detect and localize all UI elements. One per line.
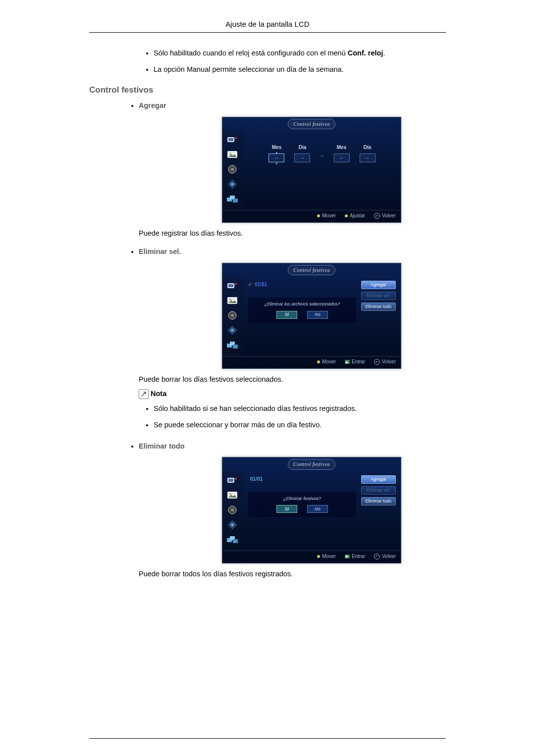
osd-elisel-title: Control festivos — [222, 263, 401, 277]
intro-b1-pre: Sólo habilitado cuando el reloj está con… — [154, 49, 348, 57]
osd-agregar-footer: Mover Ajustar ↶Volver — [222, 210, 401, 222]
dialog-no-button[interactable]: No — [307, 505, 328, 513]
svg-rect-1 — [228, 138, 233, 141]
agg-col2-label: Mes — [337, 144, 346, 151]
mover-dot-icon — [317, 360, 320, 363]
svg-point-26 — [231, 314, 234, 317]
dialog-eliminar-sel: ¿Eliminar los archivos seleccionados? Sí… — [248, 298, 356, 322]
side-eliminar-todo-button[interactable]: Eliminar todo — [361, 497, 396, 505]
svg-rect-19 — [228, 284, 233, 287]
side-eliminar-todo-button[interactable]: Eliminar todo — [361, 302, 396, 311]
osd-agregar-main: Mes -- Día -- ~ Mes -- — [243, 131, 401, 210]
svg-rect-35 — [233, 345, 238, 349]
svg-point-2 — [235, 137, 237, 139]
input-icon — [225, 134, 239, 146]
osd-elitodo-main: 01/01 ¿Eliminar festivos? Sí No — [243, 471, 401, 551]
eliminar-sel-label: Eliminar sel. — [139, 246, 446, 257]
osd-agregar-title-text: Control festivos — [288, 119, 335, 130]
svg-point-8 — [231, 168, 234, 171]
sound-icon — [225, 504, 239, 516]
dialog-yes-button[interactable]: Sí — [276, 505, 297, 513]
footer-entrar-text: Entrar — [352, 553, 365, 560]
note-bullet-1: Sólo habilitado si se han seleccionado d… — [154, 403, 446, 414]
eliminar-sel-desc: Puede borrar los días festivos seleccion… — [139, 374, 446, 385]
agg-col2-box[interactable]: -- — [334, 153, 350, 162]
footer-volver: ↶Volver — [374, 358, 396, 366]
intro-b1-post: . — [383, 49, 385, 57]
footer-volver: ↶Volver — [374, 212, 396, 220]
eliminar-todo-label: Eliminar todo — [139, 441, 446, 452]
item-eliminar-todo: Eliminar todo Control festivos 01/ — [139, 441, 446, 580]
svg-rect-37 — [228, 479, 233, 482]
side-agregar-button[interactable]: Agregar — [361, 281, 396, 289]
footer-volver-text: Volver — [382, 212, 396, 220]
svg-point-46 — [231, 523, 234, 526]
footer-volver-text: Volver — [382, 358, 396, 366]
side-eliminar-sel-button[interactable]: Eliminar sel. — [361, 292, 396, 300]
footer-entrar-text: Entrar — [352, 358, 365, 366]
dialog-no-button[interactable]: No — [307, 311, 328, 319]
osd-agregar-title: Control festivos — [222, 117, 401, 131]
osd-eliminar-todo: Control festivos 01/01 — [222, 457, 401, 563]
agg-col3-box[interactable]: -- — [360, 153, 375, 162]
footer-entrar: ▶Entrar — [345, 553, 365, 560]
picture-icon — [225, 489, 239, 501]
osd-agregar: Control festivos Mes -- — [222, 117, 401, 223]
footer-mover-text: Mover — [322, 358, 336, 366]
picture-icon — [225, 149, 239, 160]
dialog-elitodo-question: ¿Eliminar festivos? — [251, 495, 353, 502]
enter-icon: ▶ — [345, 554, 350, 558]
item-eliminar-sel: Eliminar sel. Control festivos 01/ — [139, 246, 446, 431]
dialog-yes-button[interactable]: Sí — [276, 311, 297, 319]
svg-point-40 — [229, 493, 231, 495]
mover-dot-icon — [317, 214, 320, 217]
note-icon — [139, 389, 149, 399]
note-label: Nota — [151, 388, 166, 400]
svg-point-4 — [229, 152, 231, 154]
footer-ajustar: Ajustar — [345, 212, 365, 220]
dialog-elisel-question: ¿Eliminar los archivos seleccionados? — [251, 301, 353, 307]
agg-col1-label: Día — [299, 144, 307, 151]
input-icon — [225, 474, 239, 486]
note-row: Nota — [139, 388, 446, 400]
svg-point-22 — [229, 299, 231, 301]
side-agregar-button[interactable]: Agregar — [361, 475, 396, 484]
mover-dot-icon — [317, 555, 320, 558]
footer-volver: ↶Volver — [374, 553, 396, 560]
osd-eliminar-sel: Control festivos 01/01 — [222, 263, 401, 369]
note-bullet-2: Se puede seleccionar y borrar más de un … — [154, 419, 446, 431]
svg-point-44 — [231, 508, 234, 511]
multi-icon — [225, 534, 239, 546]
sound-icon — [225, 309, 239, 321]
footer-mover-text: Mover — [322, 553, 336, 560]
item-agregar: Agregar Control festivos Mes — [139, 100, 446, 239]
footer-mover-text: Mover — [322, 212, 336, 220]
eliminar-todo-desc: Puede borrar todos los días festivos reg… — [139, 568, 446, 580]
agg-col3-label: Día — [364, 144, 372, 151]
intro-b2-pre: La opción Manual permite seleccionar un … — [154, 65, 344, 73]
footer-entrar: ▶Entrar — [345, 358, 365, 366]
svg-point-20 — [235, 283, 237, 285]
footer-volver-text: Volver — [382, 553, 396, 560]
osd-side-icons — [222, 131, 243, 210]
osd-elisel-title-text: Control festivos — [288, 265, 335, 276]
osd-elitodo-footer: Mover ▶Entrar ↶Volver — [222, 551, 401, 563]
picture-icon — [225, 295, 239, 306]
agg-col1-box[interactable]: -- — [294, 153, 310, 162]
svg-rect-17 — [233, 199, 238, 202]
osd-side-icons-2 — [222, 277, 243, 356]
ajustar-dot-icon — [345, 214, 348, 217]
sound-icon — [225, 163, 239, 175]
input-icon — [225, 280, 239, 292]
osd-side-icons-3 — [222, 471, 243, 551]
holiday-date-selected[interactable]: 01/01 — [248, 281, 356, 289]
footer-ajustar-text: Ajustar — [350, 212, 365, 220]
side-eliminar-sel-button[interactable]: Eliminar sel. — [361, 486, 396, 495]
agg-col0-box[interactable]: -- — [268, 153, 284, 162]
return-icon: ↶ — [374, 213, 380, 219]
osd-elisel-main: 01/01 ¿Eliminar los archivos seleccionad… — [243, 277, 401, 356]
osd-elitodo-title-text: Control festivos — [288, 459, 335, 470]
page-header: Ajuste de la pantalla LCD — [89, 20, 446, 33]
holiday-date[interactable]: 01/01 — [250, 475, 356, 483]
settings-icon — [225, 519, 239, 531]
